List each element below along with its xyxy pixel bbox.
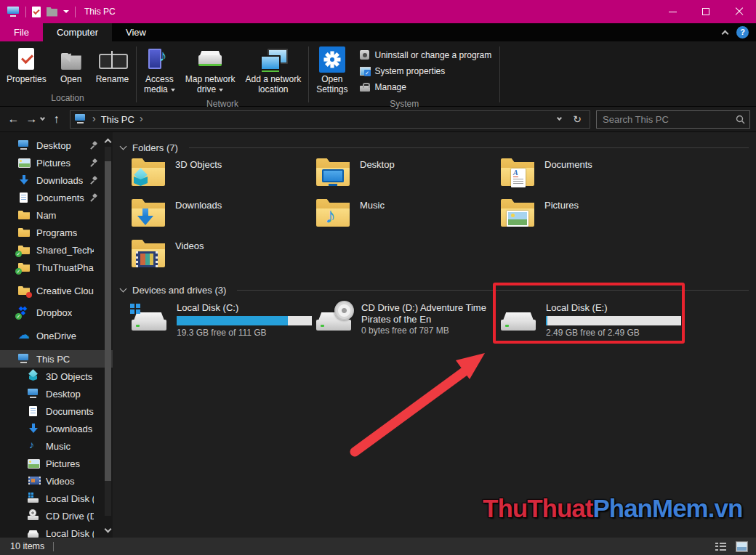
- cd-icon: [316, 311, 351, 334]
- separator: [75, 7, 76, 17]
- search-icon[interactable]: [736, 115, 745, 124]
- drive-tile[interactable]: CD Drive (D:) Adventure Time Pirates of …: [316, 301, 501, 352]
- disk-usage-bar: [546, 316, 681, 325]
- sidebar: Desktop Pictures Downloads Documents: [0, 132, 113, 538]
- quick-access-toolbar: This PC: [0, 7, 123, 17]
- uninstall-program-button[interactable]: Uninstall or change a program: [353, 47, 498, 63]
- tab-view[interactable]: View: [112, 23, 160, 41]
- recent-locations-dropdown-icon[interactable]: [40, 116, 45, 121]
- sidebar-item[interactable]: Documents: [0, 402, 113, 420]
- settings-gear-icon: [318, 46, 347, 73]
- folder-tile[interactable]: 3D Objects: [132, 157, 316, 198]
- search-input[interactable]: [601, 113, 736, 126]
- up-button[interactable]: ↑: [47, 113, 65, 126]
- close-button[interactable]: [723, 0, 756, 23]
- folders-group-header[interactable]: Folders (7): [121, 139, 749, 155]
- forward-button[interactable]: →: [23, 113, 41, 126]
- large-icons-view-icon[interactable]: [736, 542, 747, 551]
- note-icon: [325, 208, 342, 230]
- folders-grid: 3D Objects Desktop Documents Downloads M…: [132, 157, 749, 279]
- sidebar-item[interactable]: Pictures: [0, 455, 113, 472]
- sidebar-item[interactable]: ThuThuatPhanM: [0, 259, 113, 276]
- new-folder-icon[interactable]: [47, 7, 57, 17]
- doc-icon: [17, 192, 31, 203]
- minimize-button[interactable]: [656, 0, 689, 23]
- add-network-location-icon: [259, 46, 288, 73]
- refresh-icon[interactable]: ↻: [568, 113, 586, 125]
- access-media-button[interactable]: Access media: [139, 44, 180, 97]
- add-network-location-button[interactable]: Add a network location: [240, 44, 306, 97]
- folder-tile[interactable]: Documents: [501, 157, 685, 198]
- sidebar-item[interactable]: Downloads: [0, 171, 113, 189]
- ribbon-group-network: Access media Map network drive Add a net…: [139, 43, 306, 106]
- sidebar-item[interactable]: Desktop: [0, 385, 113, 402]
- system-properties-button[interactable]: System properties: [353, 63, 498, 79]
- folder-tile[interactable]: Desktop: [316, 157, 501, 198]
- sidebar-item[interactable]: Desktop: [0, 137, 113, 154]
- sidebar-item[interactable]: This PC: [0, 350, 113, 368]
- sidebar-item[interactable]: Pictures: [0, 154, 113, 171]
- properties-button[interactable]: Properties: [1, 44, 52, 86]
- folder-icon: [17, 227, 31, 238]
- monitor-icon: [27, 388, 40, 400]
- open-settings-button[interactable]: Open Settings: [311, 44, 353, 97]
- drive-tile[interactable]: Local Disk (C:) 19.3 GB free of 111 GB: [132, 301, 316, 352]
- sidebar-item[interactable]: Nam: [0, 206, 113, 224]
- sidebar-scrollbar[interactable]: [105, 147, 111, 516]
- cube-icon: [133, 170, 150, 187]
- sidebar-item[interactable]: CD Drive (D:) Ad: [0, 507, 113, 524]
- group-separator: [136, 46, 137, 102]
- folder-icon: [17, 285, 31, 296]
- monitor-icon: [322, 169, 344, 186]
- tab-file[interactable]: File: [0, 23, 43, 41]
- folder-icon: [17, 262, 31, 273]
- devices-group-header[interactable]: Devices and drives (3): [121, 282, 749, 298]
- sidebar-item[interactable]: 3D Objects: [0, 368, 113, 385]
- pic-icon: [17, 157, 31, 169]
- scrollbar-thumb[interactable]: [105, 161, 111, 481]
- details-view-icon[interactable]: [715, 542, 726, 551]
- minimize-ribbon-icon[interactable]: [722, 31, 729, 38]
- address-bar[interactable]: › This PC › ↻: [70, 110, 590, 129]
- sidebar-item[interactable]: Programs: [0, 224, 113, 241]
- collapse-group-icon[interactable]: [120, 285, 127, 292]
- address-dropdown-icon[interactable]: [557, 116, 562, 121]
- cd-icon: [27, 510, 40, 522]
- maximize-button[interactable]: [689, 0, 723, 23]
- manage-button[interactable]: Manage: [353, 79, 498, 95]
- folder-tile[interactable]: Music: [316, 198, 501, 238]
- breadcrumb-separator-icon: ›: [134, 113, 148, 124]
- sidebar-item[interactable]: Creative Cloud Fil: [0, 282, 113, 299]
- back-button[interactable]: ←: [4, 113, 23, 126]
- window-title: This PC: [84, 7, 116, 17]
- sidebar-item[interactable]: Videos: [0, 472, 113, 490]
- help-icon[interactable]: ?: [736, 26, 749, 39]
- monitor-icon: [17, 139, 31, 151]
- sidebar-item[interactable]: Downloads: [0, 420, 113, 437]
- breadcrumb[interactable]: This PC: [101, 114, 134, 125]
- sidebar-item[interactable]: Music: [0, 437, 113, 455]
- separator: [53, 542, 54, 551]
- folder-tile[interactable]: Videos: [132, 238, 316, 279]
- sidebar-item[interactable]: OneDrive: [0, 327, 113, 344]
- folder-tile[interactable]: Downloads: [132, 198, 316, 238]
- system-properties-icon: [359, 65, 371, 77]
- customize-toolbar-icon[interactable]: [63, 10, 69, 13]
- sidebar-item[interactable]: Documents: [0, 189, 113, 206]
- drive-tile[interactable]: Local Disk (E:) 2.49 GB free of 2.49 GB: [501, 301, 685, 352]
- collapse-group-icon[interactable]: [120, 142, 127, 150]
- sidebar-item[interactable]: Local Disk (C:): [0, 490, 113, 507]
- sidebar-item[interactable]: Dropbox: [0, 304, 113, 321]
- rename-button[interactable]: Rename: [91, 44, 134, 86]
- map-network-drive-button[interactable]: Map network drive: [180, 44, 241, 97]
- navigation-bar: ← → ↑ › This PC › ↻: [0, 107, 756, 132]
- properties-icon[interactable]: [32, 7, 41, 17]
- open-button[interactable]: Open: [52, 44, 91, 86]
- folder-tile[interactable]: Pictures: [501, 198, 685, 238]
- rename-icon: [97, 46, 126, 73]
- tab-computer[interactable]: Computer: [43, 23, 112, 41]
- sidebar-item[interactable]: Local Disk (E:): [0, 524, 113, 538]
- sidebar-item[interactable]: Shared_Tech4Lif: [0, 241, 113, 259]
- this-pc-icon: [74, 113, 87, 125]
- group-label-location: Location: [1, 91, 134, 106]
